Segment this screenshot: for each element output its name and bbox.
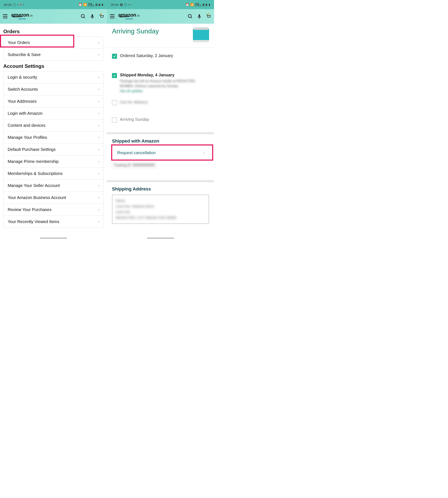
step-shipped-icon xyxy=(112,73,117,78)
grid-icon: ▦ xyxy=(120,3,123,6)
volte-icon: Vo)LTE1 xyxy=(195,3,201,6)
chevron-right-icon: › xyxy=(98,219,99,224)
clock: 09:34 xyxy=(111,3,119,6)
switch-accounts-row[interactable]: Switch Accounts› xyxy=(3,83,103,96)
step-shipped-detail: Package has left an Amazon facility at R… xyxy=(120,79,209,94)
business-account-row[interactable]: Your Amazon Business Account› xyxy=(3,192,103,204)
logo[interactable]: amazon.in prime xyxy=(118,13,140,20)
chevron-right-icon: › xyxy=(98,196,99,200)
step-ordered: Ordered Saturday, 2 January xyxy=(120,53,209,58)
addresses-row[interactable]: Your Addresses› xyxy=(3,96,103,107)
request-cancellation-button[interactable]: Request cancellation › xyxy=(112,147,209,159)
dot-icon: • xyxy=(23,3,24,6)
tracking-id: Tracking ID: 000000000000 xyxy=(112,162,157,168)
chevron-right-icon: › xyxy=(98,183,99,188)
chevron-right-icon: › xyxy=(98,40,99,45)
recently-viewed-row[interactable]: Your Recently Viewed Items› xyxy=(3,216,103,228)
hamburger-menu[interactable] xyxy=(110,14,114,18)
account-settings-heading: Account Settings xyxy=(3,63,104,69)
clock: 09:33 xyxy=(4,3,12,6)
volte-icon: Vo)LTE1 xyxy=(88,3,94,6)
app-header: amazon.in prime 0 xyxy=(0,9,107,24)
section-separator xyxy=(107,180,214,182)
status-bar: 09:34 ▦ ▢ ▪ • ⏰ 📶 Vo)LTE1 ▮▯▮ ▮ xyxy=(107,0,214,9)
arriving-heading: Arriving Sunday xyxy=(112,27,159,35)
svg-line-5 xyxy=(191,17,192,18)
mic-icon[interactable] xyxy=(197,14,202,19)
step-ordered-icon xyxy=(112,54,117,59)
step-out: Out for delivery xyxy=(120,100,209,105)
address-box: Name Lane line, Address block Lane line … xyxy=(112,195,209,224)
home-indicator xyxy=(40,238,67,239)
svg-rect-2 xyxy=(92,14,93,17)
subscribe-save-row[interactable]: Subscribe & Save› xyxy=(3,49,103,61)
tracking-timeline: Ordered Saturday, 2 January Shipped Mond… xyxy=(112,53,209,122)
svg-line-1 xyxy=(84,17,85,18)
step-shipped: Shipped Monday, 4 January xyxy=(120,73,209,77)
chevron-right-icon: › xyxy=(98,52,99,57)
wifi-icon: 📶 xyxy=(83,3,87,6)
svg-point-0 xyxy=(81,14,84,17)
content-devices-row[interactable]: Content and devices› xyxy=(3,119,103,132)
hamburger-menu[interactable] xyxy=(3,14,7,18)
chevron-right-icon: › xyxy=(98,111,99,116)
chevron-right-icon: › xyxy=(98,123,99,128)
app-header: amazon.in prime 0 xyxy=(107,9,214,24)
cart-button[interactable]: 0 xyxy=(99,13,104,19)
step-arriving-icon xyxy=(112,117,117,122)
chevron-right-icon: › xyxy=(98,75,99,80)
home-indicator xyxy=(147,238,174,239)
chevron-right-icon: › xyxy=(98,207,99,212)
logo[interactable]: amazon.in prime xyxy=(11,13,32,20)
battery-icon: ▮ xyxy=(102,3,103,6)
review-purchases-row[interactable]: Review Your Purchases› xyxy=(3,204,103,216)
product-thumbnail[interactable] xyxy=(193,27,209,42)
svg-point-4 xyxy=(188,14,191,17)
chevron-right-icon: › xyxy=(98,99,99,103)
profiles-row[interactable]: Manage Your Profiles› xyxy=(3,132,103,144)
prime-membership-row[interactable]: Manage Prime membership› xyxy=(3,156,103,168)
chevron-right-icon: › xyxy=(98,87,99,92)
purchase-settings-row[interactable]: Default Purchase Settings› xyxy=(3,144,103,156)
shipping-address-heading: Shipping Address xyxy=(112,186,209,192)
account-card: Login & security› Switch Accounts› Your … xyxy=(3,71,104,228)
misc-icon: ⧉ xyxy=(19,3,22,6)
step-arriving: Arriving Sunday xyxy=(120,117,209,122)
signal-icon: ▮▯▮ xyxy=(202,3,208,6)
login-security-row[interactable]: Login & security› xyxy=(3,71,103,83)
bag-icon: ▪ xyxy=(17,3,18,6)
orders-heading: Orders xyxy=(3,29,104,34)
seller-account-row[interactable]: Manage Your Seller Account› xyxy=(3,180,103,192)
screen-order-detail: 09:34 ▦ ▢ ▪ • ⏰ 📶 Vo)LTE1 ▮▯▮ ▮ amazon.i… xyxy=(107,0,214,239)
alarm-icon: ⏰ xyxy=(78,3,82,6)
chevron-right-icon: › xyxy=(98,159,99,164)
image-icon: ▢ xyxy=(124,3,127,6)
chevron-right-icon: › xyxy=(98,135,99,140)
search-icon[interactable] xyxy=(80,14,86,19)
signal-icon: ▮▯▮ xyxy=(96,3,100,6)
mic-icon[interactable] xyxy=(90,14,95,19)
divider xyxy=(107,47,214,48)
alarm-icon: ⏰ xyxy=(185,3,189,6)
dot-icon: • xyxy=(130,3,131,6)
search-icon[interactable] xyxy=(188,14,193,19)
orders-card: Your Orders› Subscribe & Save› xyxy=(3,36,104,61)
wifi-icon: 📶 xyxy=(190,3,194,6)
image-icon: ▢ xyxy=(13,3,16,6)
shipped-with-heading: Shipped with Amazon xyxy=(112,138,209,144)
status-bar: 09:33 ▢ ▪ ⧉ • ⏰ 📶 Vo)LTE1 ▮▯▮ ▮ xyxy=(0,0,107,9)
chevron-right-icon: › xyxy=(204,151,205,155)
chevron-right-icon: › xyxy=(98,147,99,152)
step-out-icon xyxy=(112,100,117,105)
memberships-row[interactable]: Memberships & Subscriptions› xyxy=(3,168,103,180)
bag-icon: ▪ xyxy=(128,3,129,6)
battery-icon: ▮ xyxy=(209,3,210,6)
cart-button[interactable]: 0 xyxy=(206,13,211,19)
chevron-right-icon: › xyxy=(98,171,99,176)
login-with-amazon-row[interactable]: Login with Amazon› xyxy=(3,107,103,119)
section-separator xyxy=(107,132,214,134)
your-orders-row[interactable]: Your Orders› xyxy=(3,37,103,49)
svg-rect-6 xyxy=(199,14,200,17)
see-updates-link[interactable]: See all updates xyxy=(120,89,143,93)
screen-account: 09:33 ▢ ▪ ⧉ • ⏰ 📶 Vo)LTE1 ▮▯▮ ▮ amazon.i… xyxy=(0,0,107,239)
